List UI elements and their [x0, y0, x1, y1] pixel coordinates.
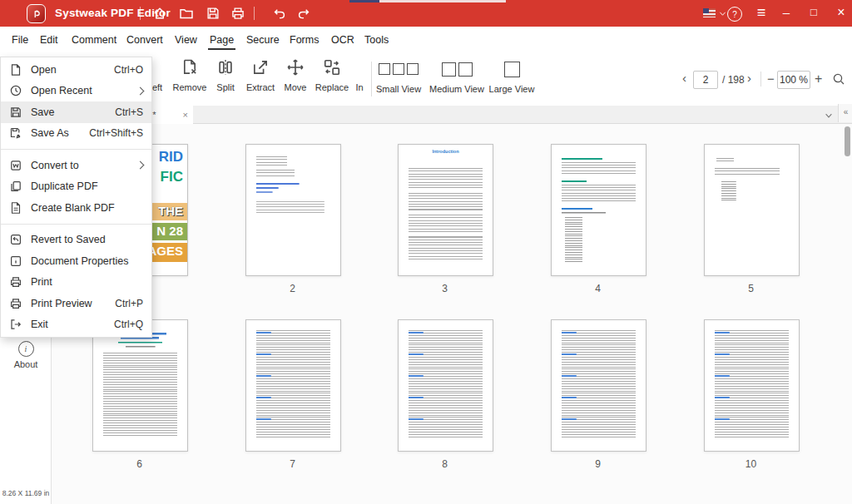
file-menu-print[interactable]: Print	[1, 272, 151, 294]
menu-view[interactable]: View	[173, 32, 199, 48]
page-heading: Introduction	[399, 149, 493, 154]
page-total-label: / 198	[722, 74, 745, 86]
vertical-scrollbar[interactable]	[845, 126, 850, 156]
replace-icon	[323, 58, 341, 77]
toolbar-divider	[760, 72, 761, 86]
file-menu-revert-to-saved[interactable]: Revert to Saved	[1, 230, 151, 251]
duplicate-icon	[9, 180, 22, 193]
file-menu-document-properties[interactable]: Document Properties	[1, 250, 151, 272]
menu-separator	[1, 224, 151, 225]
page-number-label: 9	[551, 458, 645, 470]
page-number-label: 3	[398, 283, 492, 294]
tab-overflow-chevron-icon[interactable]	[824, 111, 834, 121]
titlebar-divider	[254, 7, 255, 20]
page-content-preview	[562, 155, 636, 264]
minimize-button[interactable]: –	[778, 4, 795, 21]
page-prev-icon[interactable]: ‹	[682, 71, 686, 85]
current-page-input[interactable]: 2	[693, 71, 718, 89]
page-next-icon[interactable]: ›	[747, 71, 751, 85]
home-icon[interactable]	[152, 6, 167, 21]
file-menu-duplicate-pdf[interactable]: Duplicate PDF	[1, 176, 151, 198]
submenu-arrow-icon	[136, 86, 145, 95]
toolbar-divider	[371, 62, 372, 96]
page-thumbnail[interactable]	[245, 144, 341, 276]
medium-view-button[interactable]: Medium View	[426, 60, 488, 96]
undo-icon[interactable]	[272, 6, 287, 21]
close-button[interactable]: ×	[833, 4, 850, 21]
menu-tools[interactable]: Tools	[363, 32, 390, 48]
revert-icon	[9, 233, 22, 246]
menu-ocr[interactable]: OCR	[329, 32, 356, 48]
collapse-panel-button[interactable]: «	[838, 104, 852, 122]
menu-page[interactable]: Page	[208, 32, 235, 50]
file-menu-convert-to[interactable]: Convert to	[1, 155, 151, 176]
page-content-preview	[256, 155, 330, 264]
maximize-button[interactable]: □	[805, 4, 822, 21]
page-content-preview	[715, 155, 789, 264]
small-view-icon	[373, 60, 424, 78]
file-menu-create-blank-pdf[interactable]: Create Blank PDF	[1, 197, 151, 219]
menu-secure[interactable]: Secure	[245, 32, 281, 48]
new-document-icon	[9, 201, 22, 215]
info-box-icon	[9, 254, 22, 268]
print-icon[interactable]	[230, 6, 245, 21]
page-number-label: 2	[245, 283, 339, 294]
small-view-button[interactable]: Small View	[373, 60, 424, 96]
page-thumbnail[interactable]	[245, 319, 341, 452]
menubar: File Edit Comment Convert View Page Secu…	[0, 27, 852, 52]
help-icon[interactable]: ?	[727, 7, 742, 22]
file-menu-dropdown: Open Ctrl+O Open Recent Save Ctrl+S Save…	[0, 57, 152, 338]
exit-icon	[9, 318, 22, 331]
menu-edit[interactable]: Edit	[38, 32, 60, 48]
tab-close-icon[interactable]: ×	[183, 110, 188, 120]
file-menu-save[interactable]: Save Ctrl+S	[1, 101, 151, 123]
zoom-out-icon[interactable]: −	[767, 72, 775, 86]
page-thumbnail[interactable]	[704, 319, 800, 452]
save-icon[interactable]	[206, 6, 220, 21]
open-file-icon	[9, 63, 22, 77]
redo-icon[interactable]	[296, 6, 311, 21]
page-content-preview	[715, 330, 789, 439]
save-as-icon	[9, 126, 22, 140]
large-view-icon	[486, 60, 537, 78]
page-thumbnail[interactable]	[704, 144, 800, 276]
page-number-label: 5	[704, 283, 798, 294]
large-view-button[interactable]: Large View	[486, 60, 537, 96]
file-menu-open-recent[interactable]: Open Recent	[1, 81, 151, 102]
page-content-preview	[562, 330, 636, 439]
menu-convert[interactable]: Convert	[125, 32, 165, 48]
open-folder-icon[interactable]	[179, 6, 194, 21]
file-menu-print-preview[interactable]: Print Preview Ctrl+P	[1, 293, 151, 314]
file-menu-open[interactable]: Open Ctrl+O	[1, 59, 151, 81]
page-thumbnail[interactable]	[551, 144, 646, 276]
app-logo-icon	[27, 4, 46, 23]
page-size-label: 8.26 X 11.69 in	[0, 489, 52, 497]
app-window: Systweak PDF Editor ? ≡ – □ × File Edit …	[0, 0, 852, 504]
page-thumbnail[interactable]	[398, 319, 493, 452]
menu-file[interactable]: File	[10, 32, 30, 48]
file-menu-exit[interactable]: Exit Ctrl+Q	[1, 314, 151, 336]
menu-forms[interactable]: Forms	[288, 32, 320, 48]
file-menu-save-as[interactable]: Save As Ctrl+Shift+S	[1, 123, 151, 145]
video-progress-buffered	[379, 0, 506, 2]
info-icon: i	[18, 341, 34, 357]
page-thumbnail[interactable]	[551, 319, 646, 452]
language-chevron-down-icon[interactable]	[718, 9, 727, 18]
extract-icon	[251, 58, 270, 77]
page-content-preview	[409, 155, 483, 264]
medium-view-icon	[426, 60, 488, 78]
page-number-label: 4	[551, 283, 645, 294]
search-icon[interactable]	[832, 72, 845, 86]
hamburger-menu-icon[interactable]: ≡	[753, 4, 770, 21]
page-thumbnail[interactable]	[92, 319, 188, 452]
menu-comment[interactable]: Comment	[70, 32, 118, 48]
about-button[interactable]: i About	[0, 341, 52, 369]
zoom-level-input[interactable]: 100 %	[777, 71, 810, 89]
zoom-in-icon[interactable]: +	[815, 72, 822, 86]
word-doc-icon	[9, 159, 22, 172]
submenu-arrow-icon	[136, 161, 145, 170]
page-thumbnail[interactable]: Introduction	[398, 144, 493, 276]
thumbnail-grid: RID FIC THE N 28 AGES Introduction 2 3 4…	[52, 124, 852, 504]
page-number-label: 6	[92, 458, 186, 470]
menu-separator	[1, 149, 151, 150]
